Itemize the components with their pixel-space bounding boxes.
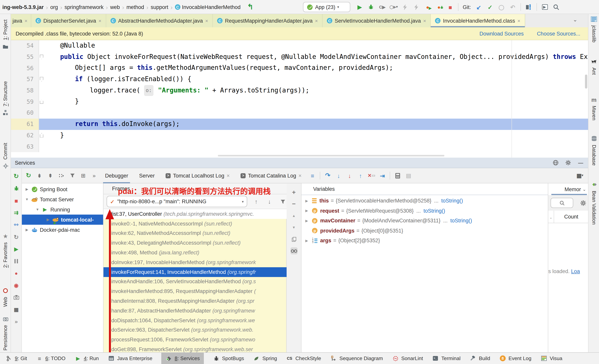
code-line[interactable]: 61return this.doInvoke(args); [11, 119, 588, 130]
toolwindow-button[interactable]: Bean Validation [589, 181, 599, 225]
variable-row[interactable]: pprovidedArgs={Object[0]@5351} [301, 226, 548, 236]
rerun-green-icon[interactable]: ↻ [25, 172, 32, 179]
stop-icon[interactable]: ■ [13, 197, 20, 204]
collapse-all-icon[interactable]: ⇞ [47, 172, 54, 179]
profiler-icon[interactable]: ◯▶▾ [390, 3, 397, 10]
breadcrumb-item[interactable]: support [151, 4, 168, 10]
stack-frame-row[interactable]: doService:963, DispatcherServlet(org.spr… [104, 325, 287, 335]
add-service-icon[interactable]: ⊞ [80, 172, 87, 179]
code-line[interactable]: 56Object[] args = this.getMethodArgument… [11, 63, 588, 74]
soft-wrap-icon[interactable]: ≡ [309, 172, 316, 179]
close-icon[interactable]: × [517, 18, 520, 24]
step-out-icon[interactable]: ↑ [357, 172, 364, 179]
evaluate-expression-icon[interactable] [394, 172, 401, 179]
close-icon[interactable]: × [227, 173, 230, 178]
vertical-scrollbar[interactable] [585, 75, 587, 89]
run-to-cursor-icon[interactable]: ⇥ [379, 172, 386, 179]
group-by-icon[interactable]: ∷▾ [58, 172, 65, 179]
statusbar-item[interactable]: ≡6: TODO [36, 353, 65, 364]
zap-run-icon[interactable] [401, 3, 408, 10]
trigger-run-icon[interactable]: ●▶ [424, 3, 431, 10]
toolwindow-button[interactable]: Commit [0, 143, 11, 169]
git-commit-icon[interactable]: ✓ [486, 3, 493, 10]
breadcrumb-item[interactable]: springframework [65, 4, 104, 10]
pause-icon[interactable] [13, 257, 20, 264]
run-configuration-select[interactable]: App (23) ▾ [303, 2, 350, 12]
tree-item[interactable]: ▶Docker-pdai-mac [22, 225, 103, 235]
statusbar-item[interactable]: ◈8: Services [161, 353, 204, 364]
variables-list[interactable]: ▶this={ServletInvocableHandlerMethod@525… [301, 196, 548, 245]
stack-frame-row[interactable]: invokeHandlerMethod:895, RequestMappingH… [104, 287, 287, 296]
expand-arrow-icon[interactable]: ▼ [35, 208, 39, 212]
toolwindow-button[interactable]: 7: Structure [0, 81, 11, 116]
toolwindow-button[interactable]: ★2: Favorites [0, 233, 11, 268]
mute-breakpoints-icon[interactable]: ● [13, 270, 20, 277]
editor-tab[interactable]: CRequestMappingHandlerAdapter.java× [213, 14, 323, 27]
choose-sources-link[interactable]: Choose Sources... [537, 31, 580, 36]
run-with-coverage-icon[interactable]: C▶ [379, 3, 386, 10]
statusbar-item[interactable]: Java Enterprise [108, 353, 152, 364]
fold-marker-icon[interactable] [40, 77, 43, 82]
filter-frames-icon[interactable] [279, 198, 286, 205]
horizontal-scrollbar[interactable] [218, 155, 444, 156]
tree-item[interactable]: ▶Spring Boot [22, 184, 103, 194]
statusbar-item[interactable]: 9: Git [5, 353, 27, 364]
run-icon[interactable]: ▶ [356, 3, 363, 10]
fold-marker-icon[interactable] [40, 54, 43, 59]
fold-marker-icon[interactable] [40, 133, 43, 137]
close-icon[interactable]: × [205, 18, 208, 24]
tree-item[interactable]: ▼▶Running [22, 204, 103, 215]
rerun-icon[interactable]: ↻ [13, 173, 20, 180]
statusbar-item[interactable]: CSCheckStyle [286, 353, 321, 364]
stack-frame-row[interactable]: doInvoke:197, InvocableHandlerMethod(org… [104, 257, 287, 267]
editor-tab[interactable]: CInvocableHandlerMethod.class× [431, 14, 525, 27]
stack-frame-row[interactable]: invoke:43, DelegatingMethodAccessorImpl(… [104, 238, 287, 248]
collapse-arrow-icon[interactable]: ▶ [25, 187, 29, 191]
code-line[interactable]: 58logger.trace( o: "Arguments: " + Array… [11, 85, 588, 96]
editor-tab[interactable]: CAbstractHandlerMethodAdapter.java× [106, 14, 213, 27]
globe-icon[interactable] [552, 159, 559, 166]
tree-item[interactable]: ▶▶tomcat-local- [22, 215, 103, 225]
call-stack-list[interactable]: list:37, UserController(tech.pdai.spring… [104, 209, 287, 352]
collapse-arrow-icon[interactable]: ▶ [46, 218, 50, 222]
console-grid-icon[interactable]: ▦ [13, 306, 20, 313]
variable-row[interactable]: ▶prequest={ServletWebRequest@5308}...toS… [301, 206, 548, 216]
frame-up-icon[interactable]: ↑ [253, 198, 260, 205]
search-icon[interactable] [553, 3, 560, 10]
thread-selector[interactable]: ✓ "http-nio-8080-e...p "main": RUNNING ▾ [107, 196, 247, 207]
collapse-arrow-icon[interactable]: ▶ [305, 219, 309, 223]
force-step-into-icon[interactable]: ↓ [346, 172, 353, 179]
code-editor[interactable]: 54@Nullable55public Object invokeForRequ… [11, 40, 588, 158]
layout-settings-icon[interactable]: ▦▾ [576, 172, 583, 179]
stack-frame-row[interactable]: list:37, UserController(tech.pdai.spring… [104, 209, 287, 219]
stack-frame-row[interactable]: doDispatch:1064, DispatcherServlet(org.s… [104, 316, 287, 325]
collapse-arrow-icon[interactable]: ▶ [305, 199, 309, 203]
remove-watch-icon[interactable]: − [290, 201, 297, 208]
close-icon[interactable]: × [98, 18, 101, 24]
move-up-icon[interactable]: ▲ [290, 212, 297, 219]
statusbar-item[interactable]: Sequence Diagram [330, 353, 383, 364]
zap-debug-icon[interactable] [413, 3, 420, 10]
refresh-icon[interactable]: ↻ [13, 233, 20, 240]
breadcrumb-item[interactable]: ing-web-5.3.9.jar [2, 4, 44, 10]
move-down-icon[interactable]: ▼ [290, 224, 297, 231]
tabs-chevron-down-icon[interactable]: ⌄ [573, 16, 577, 23]
stack-frame-row[interactable]: processRequest:1006, FrameworkServlet(or… [104, 335, 287, 345]
debug-icon[interactable] [367, 3, 374, 10]
toolwindow-button[interactable]: Web [0, 287, 11, 307]
memory-settings-gear-icon[interactable] [580, 200, 586, 206]
thread-dump-icon[interactable] [13, 294, 20, 301]
statusbar-item[interactable]: SonarLint [392, 353, 423, 364]
breadcrumb-item[interactable]: method [126, 4, 144, 10]
debug-restart-icon[interactable] [13, 185, 20, 192]
stack-frame-row[interactable]: invokeForRequest:141, InvocableHandlerMe… [104, 267, 287, 277]
close-icon[interactable]: × [315, 18, 318, 24]
memory-dot-column[interactable]: . [548, 211, 554, 223]
step-over-icon[interactable]: ↷ [324, 172, 331, 179]
breadcrumb-item[interactable]: org [50, 4, 58, 10]
code-line[interactable]: 60 [11, 107, 588, 119]
memory-load-link[interactable]: Loa [571, 268, 580, 274]
tostring-link[interactable]: toString() [423, 208, 445, 214]
stack-frame-row[interactable]: invokeAndHandle:106, ServletInvocableHan… [104, 277, 287, 287]
code-line[interactable]: 62} [11, 130, 588, 141]
